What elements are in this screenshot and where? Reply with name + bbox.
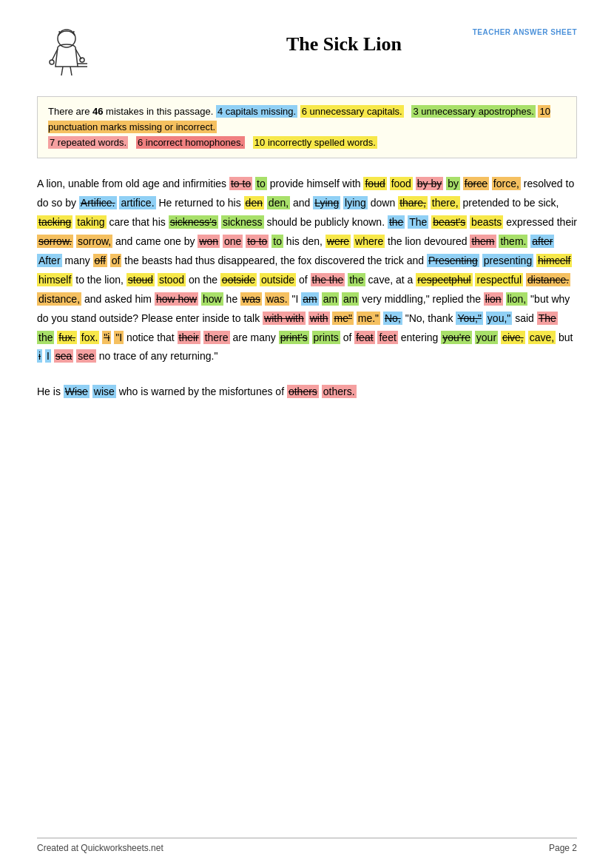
passage: A lion, unable from old age and infirmit… xyxy=(37,175,577,366)
error-The-repeat: The xyxy=(537,312,558,325)
error-i-punc: "i xyxy=(102,331,111,344)
correct-the-cave: the xyxy=(348,273,365,286)
correct-respectful: respectful xyxy=(475,273,523,286)
correct-fox: fox. xyxy=(80,331,100,344)
svg-point-6 xyxy=(80,58,84,62)
error-Presenting: Presenting xyxy=(427,254,479,267)
total-mistakes: 46 xyxy=(92,106,103,117)
error-Artifice: Artifice. xyxy=(79,196,117,209)
error-tacking: tacking xyxy=(37,215,72,229)
correct-am-lower: am xyxy=(322,292,339,306)
error-fux: fux. xyxy=(57,331,77,344)
correct-them-period: them. xyxy=(499,235,527,248)
correct-I: I xyxy=(45,349,51,363)
footer-right: Page 2 xyxy=(549,843,577,853)
correct-cave: cave, xyxy=(528,331,556,344)
error-Wise: Wise xyxy=(64,385,90,398)
info-detail3: 3 unnecessary apostrophes. xyxy=(411,105,535,118)
error-Lying: Lying xyxy=(313,196,340,209)
footer-left: Created at Quickworksheets.net xyxy=(37,843,163,853)
correct-others2: others. xyxy=(322,385,357,398)
correct-himself: himself xyxy=(37,273,72,286)
info-detail2: 6 unnecessary capitals. xyxy=(300,105,404,118)
correct-to2: to xyxy=(271,235,283,248)
correct-one: one xyxy=(223,235,243,248)
correct-there: there xyxy=(203,331,230,344)
correct-of: of xyxy=(110,254,122,267)
correct-feet: feet xyxy=(377,331,397,344)
correct-by: by xyxy=(446,177,460,190)
error-sicknesss: sickness's xyxy=(169,215,218,229)
correct-the-said: the xyxy=(37,331,54,344)
error-respectphul: respectphul xyxy=(416,273,472,286)
error-were: were xyxy=(325,235,351,248)
error-i-lower: i xyxy=(37,349,42,363)
error-toto: to to xyxy=(229,177,252,190)
error-howhow: how how xyxy=(155,292,198,306)
error-withwith: with with xyxy=(263,312,306,325)
correct-force: force, xyxy=(492,177,521,190)
error-foud: foud xyxy=(363,177,386,190)
page-title: The Sick Lion xyxy=(111,33,577,55)
info-text-post: mistakes in this passage. xyxy=(103,106,213,117)
error-am-cap: am xyxy=(301,292,318,306)
error-with: with xyxy=(308,312,330,325)
info-box: There are 46 mistakes in this passage. 4… xyxy=(37,96,577,158)
error-sea: sea xyxy=(54,349,74,363)
error-ootside: ootside xyxy=(220,273,257,286)
svg-line-9 xyxy=(61,67,63,75)
teacher-icon xyxy=(37,22,96,81)
error-thare: thare, xyxy=(398,196,428,209)
correct-outside: outside xyxy=(260,273,296,286)
svg-line-1 xyxy=(59,31,60,34)
correct-your: your xyxy=(475,331,498,344)
error-byby: by by xyxy=(416,177,443,190)
moral: He is Wise wise who is warned by the mis… xyxy=(37,383,577,402)
error-was-punc: was xyxy=(240,292,262,306)
correct-distance: distance, xyxy=(37,292,81,306)
teacher-answer-label: TEACHER ANSWER SHEET xyxy=(473,28,577,36)
correct-where: where xyxy=(354,235,385,248)
correct-am2: am xyxy=(342,292,359,306)
title-area: The Sick Lion xyxy=(111,22,577,55)
correct-beasts: beasts xyxy=(470,215,503,229)
error-feat: feat xyxy=(354,331,374,344)
svg-line-10 xyxy=(70,67,72,75)
error-sorrow-punc: sorrow. xyxy=(37,235,73,248)
error-thethe: the the xyxy=(311,273,345,286)
correct-food: food xyxy=(390,177,413,190)
info-text-pre: There are xyxy=(48,106,92,117)
error-toto2: to to xyxy=(246,235,269,248)
error-You-cap: You," xyxy=(456,312,482,325)
error-off: off xyxy=(93,254,107,267)
correct-you: you," xyxy=(486,312,512,325)
correct-artifice: artifice. xyxy=(119,196,155,209)
correct-how: how xyxy=(201,292,223,306)
correct-presenting: presenting xyxy=(482,254,533,267)
info-detail7: 10 incorrectly spelled words. xyxy=(253,136,377,149)
error-himcelf: himcelf xyxy=(536,254,572,267)
error-cive: cive, xyxy=(501,331,525,344)
error-lion-repeat: lion xyxy=(484,292,503,306)
correct-After: After xyxy=(37,254,62,267)
info-detail5: 7 repeated words. xyxy=(48,136,128,149)
correct-there-comma: there, xyxy=(431,196,460,209)
error-prints-apos: print's xyxy=(279,331,309,344)
error-me-punc: me" xyxy=(332,312,353,325)
correct-prints: prints xyxy=(312,331,340,344)
correct-The: The xyxy=(408,215,428,229)
error-distance-punc: distance. xyxy=(526,273,570,286)
correct-was: was. xyxy=(265,292,289,306)
correct-see: see xyxy=(76,349,96,363)
correct-me: me." xyxy=(357,312,380,325)
correct-lion: lion, xyxy=(506,292,528,306)
correct-lying: lying xyxy=(343,196,368,209)
error-their: their xyxy=(178,331,200,344)
correct-stood: stood xyxy=(158,273,186,286)
correct-wise: wise xyxy=(92,385,116,398)
correct-I-quote: "I xyxy=(114,331,124,344)
info-detail1: 4 capitals missing. xyxy=(216,105,297,118)
footer: Created at Quickworksheets.net Page 2 xyxy=(37,838,577,853)
svg-line-2 xyxy=(73,31,74,34)
error-youre: you're xyxy=(441,331,472,344)
